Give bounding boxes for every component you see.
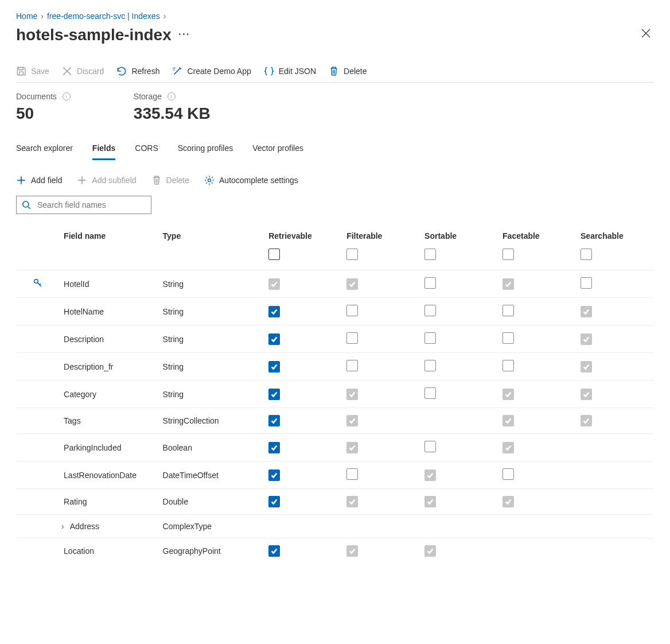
field-type: Double — [158, 489, 264, 515]
sortable-checkbox[interactable] — [424, 470, 436, 481]
searchable-checkbox[interactable] — [581, 277, 592, 289]
tab-search-explorer[interactable]: Search explorer — [16, 139, 73, 160]
close-button[interactable] — [638, 25, 654, 44]
sortable-checkbox[interactable] — [424, 387, 436, 399]
delete-field-button[interactable]: Delete — [151, 175, 189, 185]
search-field-wrap[interactable] — [16, 196, 151, 214]
table-row[interactable]: RatingDouble — [16, 489, 654, 515]
delete-button[interactable]: Delete — [329, 66, 367, 76]
facetable-checkbox[interactable] — [502, 278, 514, 290]
search-icon — [21, 200, 32, 210]
searchable-checkbox[interactable] — [581, 306, 592, 317]
facetable-checkbox[interactable] — [502, 442, 514, 453]
master-retrievable-checkbox[interactable] — [268, 249, 280, 260]
sortable-checkbox[interactable] — [424, 332, 436, 344]
master-filterable-checkbox[interactable] — [346, 249, 358, 260]
sortable-checkbox[interactable] — [424, 360, 436, 371]
save-button[interactable]: Save — [16, 66, 49, 76]
table-row[interactable]: DescriptionString — [16, 325, 654, 353]
facetable-checkbox[interactable] — [502, 496, 514, 507]
searchable-checkbox[interactable] — [581, 389, 592, 400]
tab-cors[interactable]: CORS — [135, 139, 158, 160]
table-row[interactable]: HotelIdString — [16, 270, 654, 298]
retrievable-checkbox[interactable] — [268, 333, 280, 345]
retrievable-checkbox[interactable] — [268, 470, 280, 481]
create-demo-button[interactable]: Create Demo App — [172, 66, 251, 76]
field-type: String — [158, 325, 264, 353]
field-type: Boolean — [158, 434, 264, 461]
col-filterable: Filterable — [342, 226, 420, 245]
retrievable-checkbox[interactable] — [268, 361, 280, 373]
master-facetable-checkbox[interactable] — [502, 249, 514, 260]
filterable-checkbox[interactable] — [346, 278, 358, 290]
filterable-checkbox[interactable] — [346, 305, 358, 316]
col-field-name: Field name — [59, 226, 158, 245]
table-row[interactable]: TagsStringCollection — [16, 408, 654, 434]
retrievable-checkbox[interactable] — [268, 545, 280, 557]
autocomplete-button[interactable]: Autocomplete settings — [204, 175, 298, 185]
add-field-button[interactable]: Add field — [16, 175, 62, 185]
retrievable-checkbox[interactable] — [268, 389, 280, 400]
table-row[interactable]: LocationGeographyPoint — [16, 538, 654, 564]
field-name: ParkingIncluded — [64, 443, 121, 452]
field-name: LastRenovationDate — [64, 471, 137, 480]
autocomplete-label: Autocomplete settings — [219, 176, 298, 185]
filterable-checkbox[interactable] — [346, 545, 358, 557]
table-row[interactable]: LastRenovationDateDateTimeOffset — [16, 461, 654, 489]
filterable-checkbox[interactable] — [346, 389, 358, 400]
searchable-checkbox[interactable] — [581, 415, 592, 426]
info-icon[interactable]: i — [168, 92, 176, 100]
retrievable-checkbox[interactable] — [268, 306, 280, 317]
sortable-checkbox[interactable] — [424, 545, 436, 557]
master-searchable-checkbox[interactable] — [581, 249, 592, 260]
facetable-checkbox[interactable] — [502, 360, 514, 371]
filterable-checkbox[interactable] — [346, 332, 358, 344]
refresh-button[interactable]: Refresh — [116, 66, 159, 76]
delete-label: Delete — [344, 67, 367, 76]
trash-icon — [329, 66, 339, 76]
refresh-label: Refresh — [131, 67, 159, 76]
retrievable-checkbox[interactable] — [268, 415, 280, 426]
searchable-checkbox[interactable] — [581, 361, 592, 373]
facetable-checkbox[interactable] — [502, 468, 514, 480]
table-row[interactable]: Description_frString — [16, 353, 654, 381]
table-row[interactable]: ParkingIncludedBoolean — [16, 434, 654, 461]
chevron-right-icon[interactable]: › — [61, 522, 64, 531]
storage-label: Storage — [134, 92, 162, 101]
master-sortable-checkbox[interactable] — [424, 249, 436, 260]
table-row[interactable]: HotelNameString — [16, 298, 654, 325]
searchable-checkbox[interactable] — [581, 333, 592, 345]
add-subfield-button[interactable]: Add subfield — [77, 175, 136, 185]
field-type: GeographyPoint — [158, 538, 264, 564]
tab-fields[interactable]: Fields — [92, 139, 115, 160]
sortable-checkbox[interactable] — [424, 277, 436, 289]
sortable-checkbox[interactable] — [424, 496, 436, 507]
filterable-checkbox[interactable] — [346, 442, 358, 453]
info-icon[interactable]: i — [63, 92, 71, 100]
sortable-checkbox[interactable] — [424, 305, 436, 316]
more-menu[interactable]: ··· — [178, 29, 190, 41]
filterable-checkbox[interactable] — [346, 415, 358, 426]
filterable-checkbox[interactable] — [346, 496, 358, 507]
discard-button[interactable]: Discard — [62, 66, 104, 76]
tab-vectors[interactable]: Vector profiles — [252, 139, 303, 160]
svg-line-13 — [40, 284, 41, 285]
search-input[interactable] — [36, 200, 146, 210]
retrievable-checkbox[interactable] — [268, 442, 280, 453]
sortable-checkbox[interactable] — [424, 441, 436, 452]
field-name: Category — [64, 390, 96, 399]
table-row[interactable]: CategoryString — [16, 381, 654, 408]
facetable-checkbox[interactable] — [502, 389, 514, 400]
breadcrumb-home[interactable]: Home — [16, 11, 37, 21]
tab-scoring[interactable]: Scoring profiles — [178, 139, 233, 160]
facetable-checkbox[interactable] — [502, 305, 514, 316]
retrievable-checkbox[interactable] — [268, 278, 280, 290]
retrievable-checkbox[interactable] — [268, 496, 280, 507]
filterable-checkbox[interactable] — [346, 360, 358, 371]
breadcrumb-path[interactable]: free-demo-search-svc | Indexes — [47, 11, 160, 21]
facetable-checkbox[interactable] — [502, 415, 514, 426]
filterable-checkbox[interactable] — [346, 468, 358, 480]
edit-json-button[interactable]: Edit JSON — [264, 66, 316, 76]
facetable-checkbox[interactable] — [502, 332, 514, 344]
table-row[interactable]: ›AddressComplexType — [16, 515, 654, 538]
